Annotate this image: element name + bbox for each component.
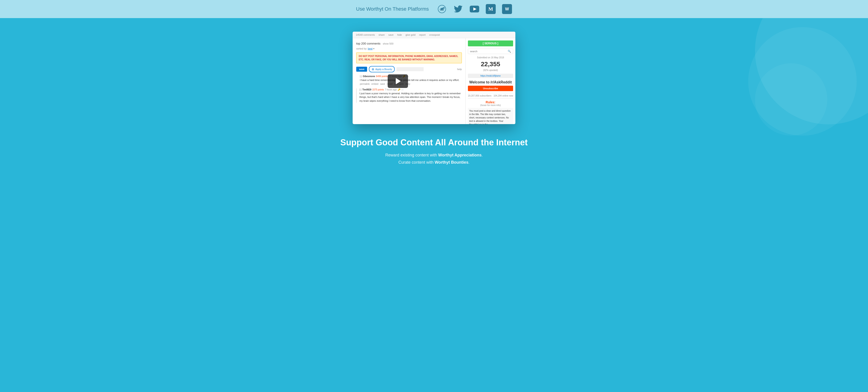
submitted-on: Submitted on 16 May 2018 — [468, 56, 513, 59]
search-icon: 🔍 — [508, 50, 511, 53]
play-icon — [396, 78, 401, 84]
crosspost-link[interactable]: crosspost — [429, 33, 440, 36]
embed-1[interactable]: embed — [371, 83, 378, 85]
reddit-screenshot: 14548 comments share save hide give gold… — [352, 32, 515, 124]
reddit-link[interactable]: https://redd.it/8jtwne — [468, 74, 513, 78]
search-input[interactable] — [470, 50, 508, 53]
unsubscribe-button[interactable]: Unsubscribe — [468, 86, 513, 91]
top-bar: Use Worthyt On These Platforms M — [0, 0, 868, 18]
svg-point-6 — [441, 8, 442, 9]
reddit-header: 14548 comments share save hide give gold… — [352, 32, 515, 38]
sort-link[interactable]: best — [368, 47, 373, 50]
svg-point-3 — [442, 9, 443, 10]
give-gold-link[interactable]: give gold — [405, 33, 415, 36]
rules-text: You must post a clear and direct questio… — [468, 108, 513, 124]
help-text: help — [457, 68, 462, 70]
comments-count[interactable]: 14548 comments — [356, 33, 375, 36]
comment-2-username[interactable]: Tim0829 — [362, 88, 371, 91]
comment-item-2: [-] Tim0829 1575 points 7 hours ago 🔑 — … — [356, 88, 462, 103]
content-placeholder — [397, 67, 424, 71]
line2-bold: Worthyt Bounties — [435, 160, 469, 164]
decorative-circles — [733, 18, 868, 184]
line1-end: . — [482, 153, 483, 157]
report-link[interactable]: report — [419, 33, 426, 36]
subscriber-count: 19,207,956 subscribers — [468, 94, 491, 97]
rules-section: Rules: (hover for more info) You must po… — [468, 100, 513, 124]
comment-1-meta: [-] Gibesmone 8499 points 11 hours ago 🔑… — [360, 75, 462, 78]
line1-bold: Worthyt Appreciations — [438, 153, 482, 157]
sorted-by: sorted by: best ▾ — [356, 47, 462, 50]
comment-1-username[interactable]: Gibesmone — [363, 75, 375, 78]
comment-item-1: [-] Gibesmone 8499 points 11 hours ago 🔑… — [360, 75, 462, 85]
comments-title: top 200 comments — [356, 42, 380, 45]
reddit-icon[interactable] — [437, 4, 447, 14]
comment-2-text: I just have a poor memory in general. Ho… — [360, 92, 462, 103]
sidebar-panel: [ SERIOUS ] 🔍 Submitted on 16 May 2018 2… — [466, 38, 515, 124]
main-content: 14548 comments share save hide give gold… — [0, 18, 868, 184]
rules-hint: (hover for more info) — [468, 104, 513, 107]
bottom-section: Support Good Content All Around the Inte… — [340, 138, 528, 166]
save-link[interactable]: save — [388, 33, 394, 36]
search-box[interactable]: 🔍 — [468, 49, 513, 54]
comment-1-points: 8499 points — [376, 75, 388, 78]
line2-end: . — [468, 160, 469, 164]
serious-badge: [ SERIOUS ] — [468, 40, 513, 46]
youtube-icon[interactable] — [469, 4, 479, 14]
twitter-icon[interactable] — [453, 4, 463, 14]
medium-icon[interactable]: M — [486, 4, 496, 14]
svg-point-2 — [440, 9, 441, 10]
show-count[interactable]: show 500 — [383, 42, 393, 45]
line1-plain: Reward existing content with — [385, 153, 438, 157]
comment-1-actions: permalink embed save report give gold re… — [360, 83, 462, 85]
warning-box: DO NOT POST PERSONAL INFORMATION, PHONE … — [356, 53, 462, 63]
comment-compose: save ⊕ Apply a Bounty help — [356, 66, 462, 72]
rules-title: Rules: — [468, 100, 513, 104]
reddit-body: top 200 comments show 500 sorted by: bes… — [352, 38, 515, 124]
vote-pct: (92% upvoted) — [483, 69, 498, 71]
comments-panel: top 200 comments show 500 sorted by: bes… — [352, 38, 466, 124]
line2-plain: Curate content with — [399, 160, 435, 164]
save-button[interactable]: save — [356, 67, 367, 72]
comment-2-meta: [-] Tim0829 1575 points 7 hours ago 🔑 — — [360, 88, 462, 91]
bottom-title: Support Good Content All Around the Inte… — [340, 138, 528, 147]
comment-1-text: I have a hard time remembering things pe… — [360, 78, 462, 82]
bottom-subtitle: Reward existing content with Worthyt App… — [340, 151, 528, 166]
comment-2-points: 1575 points — [372, 88, 384, 91]
subscriber-info: 19,207,956 subscribers 104,294 online no… — [468, 93, 513, 98]
online-count: 104,294 online now — [493, 94, 513, 97]
share-link[interactable]: share — [378, 33, 385, 36]
bounty-button[interactable]: ⊕ Apply a Bounty — [369, 66, 395, 72]
wikipedia-icon[interactable]: W — [502, 4, 512, 14]
video-play-button[interactable] — [388, 74, 408, 88]
save-1[interactable]: save — [380, 83, 385, 85]
subreddit-title: Welcome to /r/AskReddit — [468, 80, 513, 84]
vote-number: 22,355 — [468, 61, 513, 68]
top-bar-text: Use Worthyt On These Platforms — [356, 6, 429, 12]
permalink-1[interactable]: permalink — [360, 83, 370, 85]
hide-link[interactable]: hide — [397, 33, 402, 36]
comment-2-time: 7 hours ago — [385, 88, 397, 91]
vote-count: 22,355 (92% upvoted) — [468, 61, 513, 72]
